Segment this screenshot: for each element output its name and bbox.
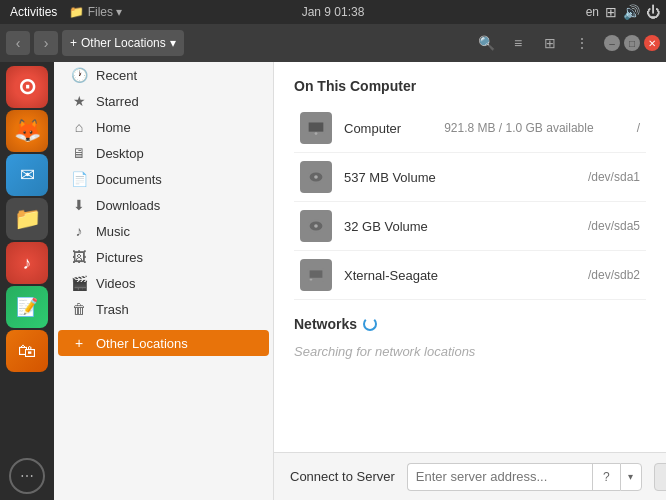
computer-meta: 921.8 MB / 1.0 GB available	[444, 121, 593, 135]
location-row-computer[interactable]: Computer 921.8 MB / 1.0 GB available /	[294, 104, 646, 153]
sidebar-label-home: Home	[96, 120, 131, 135]
networks-title: Networks	[294, 316, 646, 332]
dock-software[interactable]: 🛍	[6, 330, 48, 372]
location-info-sdb2: Xternal-Seagate /dev/sdb2	[344, 268, 640, 283]
keyboard-lang: en	[586, 5, 599, 19]
videos-icon: 🎬	[70, 275, 88, 291]
svg-rect-1	[309, 123, 324, 132]
server-dropdown-button[interactable]: ▾	[620, 463, 642, 491]
location-row-sdb2[interactable]: Xternal-Seagate /dev/sdb2	[294, 251, 646, 300]
desktop-icon: 🖥	[70, 145, 88, 161]
dock: ⊙ 🦊 ✉ 📁 ♪ 📝 🛍 ⋯	[0, 62, 54, 500]
music-icon: ♪	[70, 223, 88, 239]
svg-point-5	[314, 175, 318, 179]
pictures-icon: 🖼	[70, 249, 88, 265]
add-icon: +	[70, 36, 77, 50]
footer: Connect to Server ? ▾ Connect	[274, 452, 666, 500]
network-icon[interactable]: ⊞	[605, 4, 617, 20]
drive-icon-sda1	[300, 161, 332, 193]
forward-button[interactable]: ›	[34, 31, 58, 55]
minimize-button[interactable]: –	[604, 35, 620, 51]
main-panel: On This Computer Computer 921.8 MB / 1.0…	[274, 62, 666, 500]
networks-section: Networks Searching for network locations	[294, 316, 646, 363]
sidebar-label-recent: Recent	[96, 68, 137, 83]
sidebar-label-trash: Trash	[96, 302, 129, 317]
dock-files[interactable]: 📁	[6, 198, 48, 240]
sidebar-item-downloads[interactable]: ⬇ Downloads	[58, 192, 269, 218]
searching-text: Searching for network locations	[294, 340, 646, 363]
sidebar-item-starred[interactable]: ★ Starred	[58, 88, 269, 114]
files-indicator: 📁 Files ▾	[69, 5, 122, 19]
sidebar: 🕐 Recent ★ Starred ⌂ Home 🖥 Desktop 📄 Do…	[54, 62, 274, 500]
svg-point-2	[315, 132, 318, 135]
sidebar-item-trash[interactable]: 🗑 Trash	[58, 296, 269, 322]
dock-ubuntu[interactable]: ⊙	[6, 66, 48, 108]
home-icon: ⌂	[70, 119, 88, 135]
chevron-down-icon: ▾	[170, 36, 176, 50]
dock-apps-button[interactable]: ⋯	[9, 458, 45, 494]
toolbar: ‹ › + Other Locations ▾ 🔍 ≡ ⊞ ⋮ – □ ✕	[0, 24, 666, 62]
activities-button[interactable]: Activities	[6, 5, 61, 19]
networks-spinner	[363, 317, 377, 331]
power-icon[interactable]: ⏻	[646, 4, 660, 20]
sidebar-item-music[interactable]: ♪ Music	[58, 218, 269, 244]
topbar: Activities 📁 Files ▾ Jan 9 01:38 en ⊞ 🔊 …	[0, 0, 666, 24]
server-address-group: ? ▾	[407, 463, 642, 491]
maximize-button[interactable]: □	[624, 35, 640, 51]
sound-icon[interactable]: 🔊	[623, 4, 640, 20]
sidebar-label-other: Other Locations	[96, 336, 188, 351]
search-button[interactable]: 🔍	[472, 30, 500, 56]
back-button[interactable]: ‹	[6, 31, 30, 55]
drive-icon-sda5	[300, 210, 332, 242]
sidebar-item-other-locations[interactable]: + Other Locations	[58, 330, 269, 356]
list-view-button[interactable]: ≡	[504, 30, 532, 56]
topbar-right: en ⊞ 🔊 ⏻	[586, 4, 660, 20]
topbar-left: Activities 📁 Files ▾	[6, 5, 122, 19]
location-row-sda5[interactable]: 32 GB Volume /dev/sda5	[294, 202, 646, 251]
location-info-sda1: 537 MB Volume /dev/sda1	[344, 170, 640, 185]
folder-icon: 📁	[69, 5, 84, 19]
main-content: On This Computer Computer 921.8 MB / 1.0…	[274, 62, 666, 452]
sdb2-path: /dev/sdb2	[588, 268, 640, 282]
dock-firefox[interactable]: 🦊	[6, 110, 48, 152]
sidebar-item-recent[interactable]: 🕐 Recent	[58, 62, 269, 88]
computer-name: Computer	[344, 121, 401, 136]
content-area: ⊙ 🦊 ✉ 📁 ♪ 📝 🛍 ⋯	[0, 62, 666, 500]
sidebar-label-pictures: Pictures	[96, 250, 143, 265]
topbar-center: Jan 9 01:38	[302, 5, 365, 19]
location-info-sda5: 32 GB Volume /dev/sda5	[344, 219, 640, 234]
connect-button[interactable]: Connect	[654, 463, 666, 491]
sidebar-item-documents[interactable]: 📄 Documents	[58, 166, 269, 192]
sidebar-item-desktop[interactable]: 🖥 Desktop	[58, 140, 269, 166]
server-help-button[interactable]: ?	[592, 463, 620, 491]
recent-icon: 🕐	[70, 67, 88, 83]
dock-mail[interactable]: ✉	[6, 154, 48, 196]
sidebar-label-music: Music	[96, 224, 130, 239]
svg-rect-10	[310, 270, 323, 277]
new-location-button[interactable]: + Other Locations ▾	[62, 30, 184, 56]
downloads-icon: ⬇	[70, 197, 88, 213]
plus-icon: +	[70, 335, 88, 351]
grid-view-button[interactable]: ⊞	[536, 30, 564, 56]
files-caret: ▾	[116, 5, 122, 19]
sda1-name: 537 MB Volume	[344, 170, 436, 185]
connect-to-server-label: Connect to Server	[290, 469, 395, 484]
drive-icon-sdb2	[300, 259, 332, 291]
sidebar-item-home[interactable]: ⌂ Home	[58, 114, 269, 140]
dock-docs[interactable]: 📝	[6, 286, 48, 328]
files-window: ‹ › + Other Locations ▾ 🔍 ≡ ⊞ ⋮ – □ ✕ ⊙ …	[0, 24, 666, 500]
sidebar-label-documents: Documents	[96, 172, 162, 187]
sidebar-label-starred: Starred	[96, 94, 139, 109]
starred-icon: ★	[70, 93, 88, 109]
location-label: Other Locations	[81, 36, 166, 50]
dock-music[interactable]: ♪	[6, 242, 48, 284]
sda5-name: 32 GB Volume	[344, 219, 428, 234]
more-options-button[interactable]: ⋮	[568, 30, 596, 56]
server-address-input[interactable]	[407, 463, 592, 491]
drive-icon-computer	[300, 112, 332, 144]
sidebar-item-videos[interactable]: 🎬 Videos	[58, 270, 269, 296]
location-info-computer: Computer 921.8 MB / 1.0 GB available /	[344, 121, 640, 136]
sidebar-item-pictures[interactable]: 🖼 Pictures	[58, 244, 269, 270]
location-row-sda1[interactable]: 537 MB Volume /dev/sda1	[294, 153, 646, 202]
close-button[interactable]: ✕	[644, 35, 660, 51]
